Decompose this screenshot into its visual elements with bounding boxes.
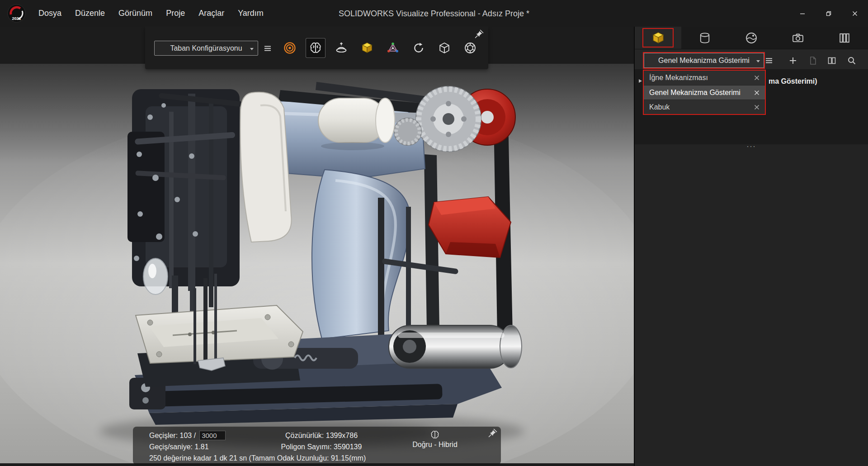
configuration-list: İğne Mekanizması Genel Mekanizma Gösteri… xyxy=(643,70,766,115)
list-item[interactable]: Genel Mekanizma Gösterimi xyxy=(644,85,765,100)
status-pin-button[interactable] xyxy=(487,428,498,440)
appearances-cylinder-icon xyxy=(698,31,712,45)
focal-length-label: Odak Uzunluğu: 91.15(mm) xyxy=(265,452,378,464)
viewport-toolbar: Taban Konfigürasyonu xyxy=(145,27,488,69)
passes-limit-input[interactable] xyxy=(199,431,226,440)
add-button[interactable] xyxy=(786,54,800,67)
denoiser-mode-icon xyxy=(395,429,475,441)
title-bar: 2021 Dosya Düzenle Görünüm Proje Araçlar… xyxy=(0,0,868,27)
menu-project[interactable]: Proje xyxy=(159,6,192,21)
menu-icon xyxy=(263,43,273,53)
list-item[interactable]: İğne Mekanizması xyxy=(644,71,765,85)
render-viewport[interactable]: Taban Konfigürasyonu xyxy=(0,27,634,466)
reset-rotation-icon xyxy=(412,41,425,55)
polygon-count-label: Poligon Sayımı: 3590139 xyxy=(265,441,378,452)
window-controls xyxy=(789,0,868,27)
sewing-machine-render xyxy=(0,64,634,463)
split-view-icon xyxy=(827,56,837,66)
logo-year-label: 2021 xyxy=(7,16,26,21)
tab-options[interactable] xyxy=(821,27,868,49)
turntable-button[interactable] xyxy=(331,38,351,58)
tree-item-label[interactable]: ma Gösterimi) xyxy=(769,77,817,86)
pin-icon xyxy=(487,428,498,438)
aperture-icon xyxy=(463,41,477,55)
viewport-toolbar-icons xyxy=(280,38,480,58)
tree-expander[interactable] xyxy=(637,78,643,84)
tab-models[interactable] xyxy=(635,27,681,49)
helpers-button[interactable] xyxy=(383,38,403,58)
import-button[interactable] xyxy=(806,54,820,67)
scenes-icon xyxy=(745,31,758,45)
configuration-menu-button[interactable] xyxy=(261,43,274,54)
tab-scenes[interactable] xyxy=(728,27,774,49)
pin-icon xyxy=(474,29,485,39)
remove-configuration-button[interactable] xyxy=(752,103,761,112)
turntable-icon xyxy=(335,41,348,55)
list-item-label: Genel Mekanizma Gösterimi xyxy=(649,89,741,97)
import-file-icon xyxy=(808,56,818,66)
chevron-right-icon xyxy=(637,78,643,84)
palette-tabs xyxy=(635,27,868,49)
tab-cameras[interactable] xyxy=(775,27,821,49)
list-item-label: Kabuk xyxy=(649,103,670,111)
close-icon xyxy=(753,104,760,111)
restore-icon xyxy=(826,10,832,17)
model-button[interactable] xyxy=(357,38,377,58)
render-image xyxy=(0,64,634,463)
passes-per-second-label: Geçiş/saniye: 1.81 xyxy=(149,441,275,452)
menu-tools[interactable]: Araçlar xyxy=(192,6,231,21)
render-status-bar: Geçişler: 103 / Geçiş/saniye: 1.81 250 d… xyxy=(133,427,501,465)
list-item-label: İğne Mekanizması xyxy=(649,74,708,82)
plus-icon xyxy=(788,56,798,66)
chevron-down-icon xyxy=(755,58,761,64)
restore-button[interactable] xyxy=(816,0,842,27)
remove-configuration-button[interactable] xyxy=(752,73,761,82)
toolbar-pin-button[interactable] xyxy=(474,29,485,41)
list-item[interactable]: Kabuk xyxy=(644,100,765,114)
models-cube-icon xyxy=(651,31,665,45)
minimize-icon xyxy=(799,10,806,17)
resolution-label: Çözünürlük: 1399x786 xyxy=(265,430,378,441)
status-column-passes: Geçişler: 103 / Geçiş/saniye: 1.81 250 d… xyxy=(149,430,275,464)
configuration-dropdown[interactable]: Taban Konfigürasyonu xyxy=(154,41,258,56)
render-mode-label: Doğru - Hibrid xyxy=(395,441,475,449)
model-cube-icon xyxy=(360,41,374,55)
right-panel: ma Gösterimi) Genel Mekanizma Gösterimi xyxy=(634,27,868,466)
close-icon xyxy=(753,89,760,96)
menu-icon xyxy=(764,56,774,66)
denoiser-brain-icon xyxy=(309,41,322,55)
status-column-mode: Doğru - Hibrid xyxy=(395,429,475,449)
box-button[interactable] xyxy=(434,38,454,58)
chevron-down-icon xyxy=(249,46,255,52)
menu-help[interactable]: Yardım xyxy=(231,6,270,21)
render-target-icon xyxy=(283,41,297,55)
close-icon xyxy=(852,10,858,17)
search-button[interactable] xyxy=(844,54,859,67)
remove-configuration-button[interactable] xyxy=(752,88,761,97)
menu-file[interactable]: Dosya xyxy=(32,6,68,21)
palette-configuration-value: Genel Mekanizma Gösterimi xyxy=(658,57,750,65)
reset-rotation-button[interactable] xyxy=(409,38,429,58)
close-icon xyxy=(753,74,760,81)
helpers-icon xyxy=(386,41,400,55)
window-title: SOLIDWORKS Visualize Professional - Adsı… xyxy=(339,9,529,18)
menu-edit[interactable]: Düzenle xyxy=(68,6,112,21)
menu-bar: Dosya Düzenle Görünüm Proje Araçlar Yard… xyxy=(32,0,270,27)
configuration-dropdown-value: Taban Konfigürasyonu xyxy=(170,44,242,52)
tab-appearances[interactable] xyxy=(681,27,728,49)
status-column-render: Çözünürlük: 1399x786 Poligon Sayımı: 359… xyxy=(265,430,378,464)
search-icon xyxy=(847,56,857,66)
panel-splitter[interactable]: ... xyxy=(635,140,868,149)
palette-configuration-dropdown[interactable]: Genel Mekanizma Gösterimi xyxy=(644,53,764,68)
render-target-button[interactable] xyxy=(280,38,300,58)
close-button[interactable] xyxy=(842,0,868,27)
split-view-button[interactable] xyxy=(825,54,839,67)
denoiser-button[interactable] xyxy=(306,38,326,58)
camera-icon xyxy=(791,31,805,45)
passes-label: Geçişler: 103 / xyxy=(149,430,196,441)
time-remaining-label: 250 değerine kadar 1 dk 21 sn (Tamam xyxy=(149,452,275,464)
menu-view[interactable]: Görünüm xyxy=(112,6,159,21)
blinds-icon xyxy=(838,31,851,45)
app-logo: 2021 xyxy=(7,4,26,23)
minimize-button[interactable] xyxy=(789,0,816,27)
